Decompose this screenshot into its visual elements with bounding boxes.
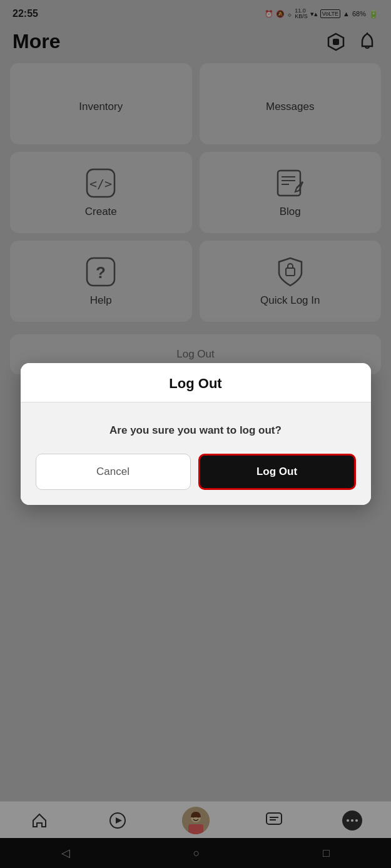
modal-body: Are you sure you want to log out? — [21, 402, 371, 454]
logout-confirm-button[interactable]: Log Out — [198, 454, 356, 490]
logout-modal: Log Out Are you sure you want to log out… — [21, 363, 371, 505]
modal-overlay: Log Out Are you sure you want to log out… — [0, 0, 391, 868]
modal-header: Log Out — [21, 363, 371, 402]
modal-title: Log Out — [169, 376, 221, 391]
cancel-button[interactable]: Cancel — [36, 454, 191, 490]
modal-message: Are you sure you want to log out? — [109, 424, 282, 436]
modal-actions: Cancel Log Out — [21, 454, 371, 505]
